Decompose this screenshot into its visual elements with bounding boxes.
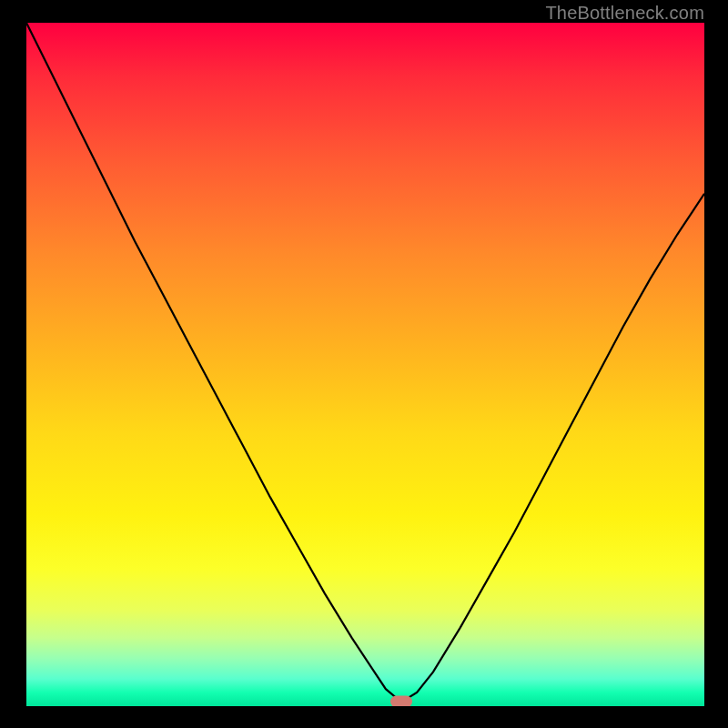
optimal-point-marker [390,696,412,706]
plot-area [26,23,704,706]
chart-frame: TheBottleneck.com [0,0,728,728]
bottleneck-curve [26,23,704,703]
curve-svg [26,23,704,706]
watermark-text: TheBottleneck.com [545,3,704,24]
